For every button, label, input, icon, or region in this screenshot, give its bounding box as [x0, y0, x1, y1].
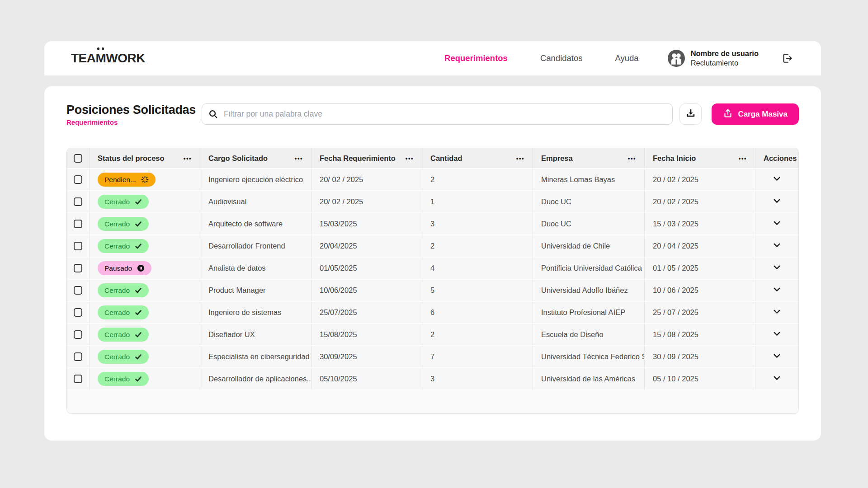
chevron-down-icon — [772, 351, 782, 363]
chevron-down-icon — [772, 196, 782, 208]
row-expand-button[interactable] — [755, 235, 798, 257]
row-checkbox-cell[interactable] — [67, 235, 89, 257]
row-checkbox-cell[interactable] — [67, 324, 89, 345]
row-expand-button[interactable] — [755, 258, 798, 279]
row-checkbox[interactable] — [74, 197, 82, 206]
fecha-requerimiento-cell: 20/ 02 / 2025 — [311, 169, 422, 190]
empresa-cell: Universidad Adolfo Ibáñez — [533, 280, 644, 301]
row-checkbox[interactable] — [74, 286, 82, 295]
row-checkbox[interactable] — [74, 264, 82, 272]
check-icon — [135, 243, 142, 250]
status-badge: Cerrado — [98, 195, 149, 209]
cargo-cell: Arquitecto de software — [200, 213, 311, 235]
status-badge: Pendien... — [98, 173, 156, 187]
table-row: Pendien... Ingeniero ejecución eléctrico… — [67, 168, 798, 190]
column-header-cargo: Cargo Solicitado ••• — [200, 148, 311, 168]
page-title: Posiciones Solicitadas — [66, 103, 196, 117]
nav-item-candidatos[interactable]: Candidatos — [540, 53, 583, 63]
column-header-fecha-requerimiento: Fecha Requerimiento ••• — [311, 148, 422, 168]
cantidad-cell: 3 — [422, 368, 533, 389]
column-menu-icon[interactable]: ••• — [180, 155, 192, 162]
row-checkbox[interactable] — [74, 175, 82, 184]
column-menu-icon[interactable]: ••• — [291, 155, 303, 162]
row-expand-button[interactable] — [755, 346, 798, 367]
cantidad-cell: 1 — [422, 191, 533, 212]
status-cell: Pausado — [89, 258, 200, 279]
column-header-status: Status del proceso ••• — [89, 148, 200, 168]
user-role: Reclutamiento — [691, 58, 759, 68]
row-checkbox[interactable] — [74, 242, 82, 250]
fecha-inicio-cell: 30 / 09 / 2025 — [644, 346, 755, 367]
content-card: Posiciones Solicitadas Requerimientos — [44, 86, 821, 441]
row-expand-button[interactable] — [755, 169, 798, 190]
chevron-down-icon — [772, 218, 782, 230]
main-nav: Requerimientos Candidatos Ayuda — [444, 53, 639, 63]
cargo-cell: Especialista en ciberseguridad — [200, 346, 311, 367]
row-checkbox-cell[interactable] — [67, 169, 89, 190]
row-checkbox[interactable] — [74, 308, 82, 317]
table-row: Cerrado Audiovisual 20/ 02 / 2025 1 Duoc… — [67, 190, 798, 212]
cantidad-cell: 6 — [422, 302, 533, 323]
status-badge: Cerrado — [98, 372, 149, 386]
row-checkbox-cell[interactable] — [67, 191, 89, 212]
download-button[interactable] — [679, 103, 702, 125]
column-menu-icon[interactable]: ••• — [624, 155, 636, 162]
brand-logo[interactable]: TEAMWORK — [71, 51, 145, 66]
column-menu-icon[interactable]: ••• — [513, 155, 524, 162]
table-row: Cerrado Product Manager 10/06/2025 5 Uni… — [67, 279, 798, 301]
top-navbar: TEAMWORK Requerimientos Candidatos Ayuda… — [44, 41, 821, 75]
table-row: Cerrado Desarrollador Frontend 20/04/202… — [67, 235, 798, 257]
fecha-inicio-cell: 15 / 03 / 2025 — [644, 213, 755, 235]
cantidad-cell: 5 — [422, 280, 533, 301]
status-badge: Cerrado — [98, 217, 149, 231]
row-checkbox[interactable] — [74, 375, 82, 383]
nav-item-ayuda[interactable]: Ayuda — [615, 53, 639, 63]
spinner-icon — [141, 176, 149, 183]
app-root: TEAMWORK Requerimientos Candidatos Ayuda… — [0, 0, 868, 488]
row-checkbox-cell[interactable] — [67, 258, 89, 279]
select-all-checkbox-cell[interactable] — [67, 148, 89, 168]
chevron-down-icon — [772, 240, 782, 252]
row-expand-button[interactable] — [755, 302, 798, 323]
column-menu-icon[interactable]: ••• — [402, 155, 414, 162]
fecha-inicio-cell: 20 / 02 / 2025 — [644, 191, 755, 212]
status-badge: Cerrado — [98, 239, 149, 253]
empresa-cell: Escuela de Diseño — [533, 324, 644, 345]
status-badge: Cerrado — [98, 328, 149, 342]
status-cell: Cerrado — [89, 191, 200, 212]
nav-item-requerimientos[interactable]: Requerimientos — [444, 53, 508, 63]
row-checkbox-cell[interactable] — [67, 302, 89, 323]
row-checkbox-cell[interactable] — [67, 368, 89, 389]
fecha-requerimiento-cell: 15/03/2025 — [311, 213, 422, 235]
title-block: Posiciones Solicitadas Requerimientos — [66, 103, 196, 126]
row-expand-button[interactable] — [755, 213, 798, 235]
chevron-down-icon — [772, 306, 782, 319]
fecha-requerimiento-cell: 25/07/2025 — [311, 302, 422, 323]
row-checkbox-cell[interactable] — [67, 280, 89, 301]
row-expand-button[interactable] — [755, 368, 798, 389]
row-checkbox-cell[interactable] — [67, 346, 89, 367]
row-expand-button[interactable] — [755, 280, 798, 301]
check-icon — [135, 331, 142, 338]
row-expand-button[interactable] — [755, 191, 798, 212]
table-row: Cerrado Desarrollador de aplicaciones...… — [67, 367, 798, 389]
chevron-down-icon — [772, 373, 782, 385]
column-menu-icon[interactable]: ••• — [735, 155, 747, 162]
table-row: Pausado Analista de datos 01/05/2025 4 P… — [67, 257, 798, 279]
row-checkbox[interactable] — [74, 330, 82, 339]
table-row: Cerrado Arquitecto de software 15/03/202… — [67, 212, 798, 235]
chevron-down-icon — [772, 328, 782, 341]
row-checkbox[interactable] — [74, 220, 82, 228]
row-checkbox[interactable] — [74, 352, 82, 361]
user-block[interactable]: Nombre de usuario Reclutamiento — [668, 49, 759, 67]
bulk-upload-button[interactable]: Carga Masiva — [712, 103, 799, 125]
row-checkbox-cell[interactable] — [67, 213, 89, 235]
search-input[interactable] — [202, 103, 673, 125]
column-header-cantidad: Cantidad ••• — [422, 148, 533, 168]
select-all-checkbox[interactable] — [74, 154, 82, 163]
check-icon — [135, 287, 142, 294]
logout-icon[interactable] — [780, 52, 794, 65]
fecha-inicio-cell: 20 / 02 / 2025 — [644, 169, 755, 190]
row-expand-button[interactable] — [755, 324, 798, 345]
chevron-down-icon — [772, 174, 782, 186]
